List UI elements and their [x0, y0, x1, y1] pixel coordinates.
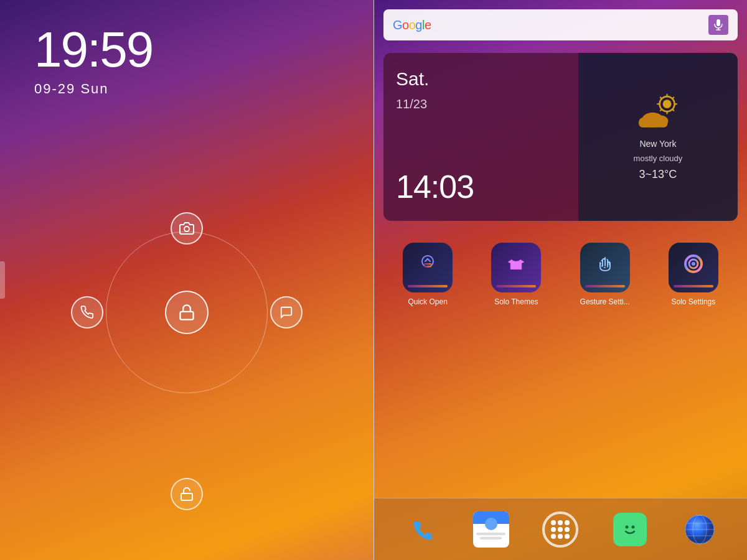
svg-rect-19 — [639, 119, 667, 127]
contacts-avatar — [485, 518, 497, 530]
left-tab-handle — [0, 261, 5, 299]
quick-open-bar — [408, 285, 448, 287]
weather-temperature: 3~13°C — [639, 168, 677, 181]
google-logo: Google — [393, 18, 431, 32]
camera-icon[interactable] — [171, 212, 203, 245]
dock-messenger-icon[interactable] — [612, 511, 648, 548]
svg-line-13 — [672, 109, 674, 110]
lock-date: 09-29 Sun — [34, 81, 153, 97]
app-icons-row: Quick Open Solo Themes — [383, 243, 738, 306]
message-icon[interactable] — [270, 296, 303, 329]
app-item-quick-open[interactable]: Quick Open — [393, 243, 462, 306]
weather-widget: Sat. 11/23 14:03 — [383, 53, 738, 221]
svg-point-7 — [663, 100, 672, 108]
weather-right-panel: New York mostly cloudy 3~13°C — [578, 53, 738, 221]
google-search-bar[interactable]: Google — [383, 9, 738, 40]
svg-point-20 — [422, 256, 433, 267]
dock-contacts-icon[interactable] — [473, 511, 509, 548]
svg-point-0 — [184, 226, 189, 231]
app-item-solo-themes[interactable]: Solo Themes — [482, 243, 550, 306]
apps-grid-dot — [565, 534, 570, 539]
apps-grid-dot — [551, 520, 556, 525]
apps-grid-dot — [551, 527, 556, 532]
weather-date: 11/23 — [396, 97, 566, 111]
gesture-settings-bar — [585, 285, 625, 287]
mic-icon[interactable] — [708, 15, 728, 35]
weather-city: New York — [639, 139, 676, 149]
lock-center-icon[interactable] — [165, 291, 209, 334]
lock-circle-menu — [106, 231, 268, 393]
svg-line-14 — [672, 97, 674, 98]
gesture-settings-icon[interactable] — [580, 243, 630, 292]
lock-screen: 19:59 09-29 Sun — [0, 0, 374, 560]
svg-rect-3 — [716, 19, 720, 26]
contacts-box — [473, 511, 509, 548]
svg-rect-22 — [424, 266, 431, 268]
weather-time: 14:03 — [396, 168, 566, 205]
svg-point-26 — [692, 262, 695, 266]
solo-themes-icon[interactable] — [491, 243, 541, 292]
svg-rect-2 — [181, 493, 192, 500]
svg-point-27 — [619, 518, 641, 539]
apps-grid-dot — [558, 534, 563, 539]
messenger-bubble — [613, 513, 647, 546]
app-item-gesture-settings[interactable]: Gesture Setti... — [571, 243, 639, 306]
weather-day: Sat. — [396, 68, 566, 90]
svg-rect-21 — [424, 263, 431, 265]
app-item-solo-settings[interactable]: Solo Settings — [659, 243, 728, 306]
lock-clock: 19:59 — [34, 25, 153, 75]
apps-grid-dot — [565, 527, 570, 532]
svg-point-28 — [626, 525, 629, 528]
weather-condition-icon — [633, 93, 683, 131]
svg-line-15 — [660, 109, 662, 110]
apps-grid — [543, 513, 577, 546]
dock — [374, 498, 747, 560]
svg-rect-1 — [181, 312, 194, 320]
dock-phone-icon[interactable] — [403, 511, 439, 548]
solo-themes-bar — [496, 285, 536, 287]
dock-apps-icon[interactable] — [542, 511, 578, 548]
gesture-settings-label: Gesture Setti... — [580, 297, 630, 306]
solo-settings-bar — [674, 285, 713, 287]
weather-left-panel: Sat. 11/23 14:03 — [383, 53, 578, 221]
apps-grid-dot — [565, 520, 570, 525]
home-screen: Google Sat. 11/23 14:03 — [374, 0, 747, 560]
svg-line-12 — [660, 97, 662, 98]
solo-settings-label: Solo Settings — [672, 297, 716, 306]
quick-open-label: Quick Open — [408, 297, 447, 306]
lock-time-display: 19:59 09-29 Sun — [34, 25, 153, 97]
svg-point-29 — [632, 525, 635, 528]
quick-open-icon[interactable] — [403, 243, 453, 292]
phone-icon[interactable] — [71, 296, 103, 329]
weather-condition: mostly cloudy — [634, 154, 683, 163]
unlock-icon[interactable] — [171, 478, 203, 510]
solo-settings-icon[interactable] — [669, 243, 718, 292]
apps-grid-dot — [558, 520, 563, 525]
dock-browser-icon[interactable] — [682, 511, 718, 548]
apps-grid-dot — [558, 527, 563, 532]
apps-grid-dot — [551, 534, 556, 539]
solo-themes-label: Solo Themes — [494, 297, 538, 306]
